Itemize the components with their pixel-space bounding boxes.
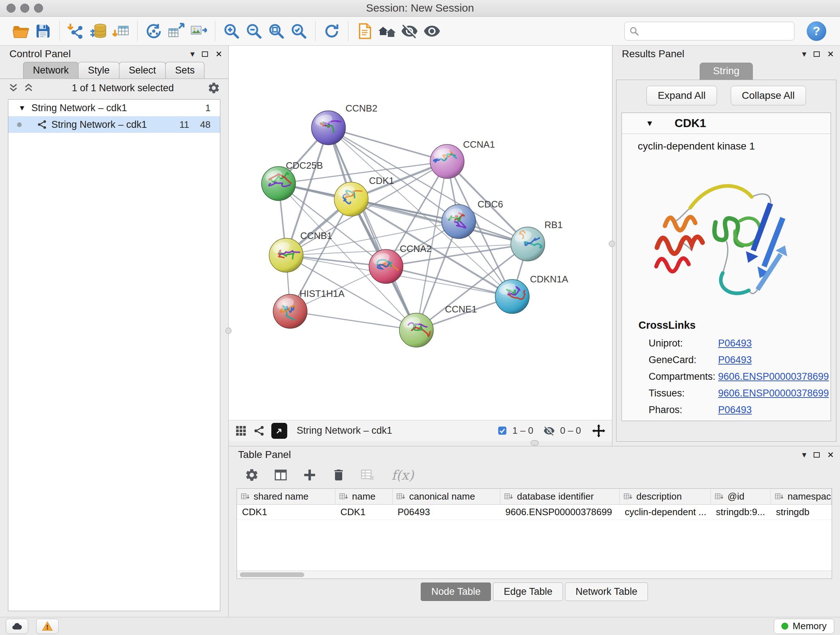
panel-close-icon[interactable] bbox=[827, 50, 834, 57]
column-header-name[interactable]: name bbox=[335, 489, 393, 504]
protein-description: cyclin-dependent kinase 1 bbox=[622, 134, 831, 154]
panel-close-icon[interactable] bbox=[827, 451, 834, 458]
network-node-ccnb1[interactable] bbox=[269, 238, 303, 272]
column-header-id[interactable]: @id bbox=[711, 489, 771, 504]
protein-section-header[interactable]: ▼ CDK1 bbox=[622, 113, 831, 134]
panel-float-icon[interactable] bbox=[202, 51, 208, 57]
annotation-button[interactable] bbox=[354, 19, 376, 43]
delete-column-trash-icon[interactable] bbox=[332, 468, 346, 482]
network-node-ccna1[interactable] bbox=[430, 144, 464, 179]
panel-menu-icon[interactable]: ▾ bbox=[802, 450, 806, 459]
open-session-button[interactable] bbox=[9, 19, 32, 43]
network-node-ccna2[interactable] bbox=[369, 249, 403, 283]
birds-eye-view-icon[interactable] bbox=[235, 425, 247, 437]
network-overview-share-icon[interactable] bbox=[253, 425, 265, 437]
tab-network-table[interactable]: Network Table bbox=[565, 583, 648, 601]
expand-all-button[interactable]: Expand All bbox=[646, 86, 717, 105]
crosslink-pharos-link[interactable]: P06493 bbox=[718, 404, 752, 416]
warnings-button[interactable] bbox=[36, 619, 58, 634]
horizontal-splitter[interactable] bbox=[229, 441, 612, 446]
panel-float-icon[interactable] bbox=[813, 452, 820, 458]
cell-database-identifier[interactable]: 9606.ENSP00000378699 bbox=[500, 505, 620, 519]
network-node-ccne1[interactable] bbox=[399, 313, 433, 347]
tab-edge-table[interactable]: Edge Table bbox=[493, 583, 563, 601]
network-canvas[interactable]: CCNB2CCNA1CDC25BCDK1CDC6RB1CCNB1CCNA2CDK… bbox=[229, 46, 612, 420]
tab-string[interactable]: String bbox=[699, 63, 753, 80]
tab-style[interactable]: Style bbox=[78, 62, 119, 79]
show-columns-icon[interactable] bbox=[273, 468, 288, 482]
selected-checkbox-icon bbox=[497, 426, 507, 435]
import-network-database-button[interactable] bbox=[87, 19, 110, 43]
tab-sets[interactable]: Sets bbox=[165, 62, 204, 79]
column-header-description[interactable]: description bbox=[620, 489, 711, 504]
cell-canonical-name[interactable]: P06493 bbox=[393, 505, 500, 519]
tab-node-table[interactable]: Node Table bbox=[421, 583, 491, 601]
zoom-out-button[interactable] bbox=[243, 19, 265, 43]
create-column-plus-icon[interactable] bbox=[302, 468, 317, 482]
panel-menu-icon[interactable]: ▾ bbox=[190, 50, 195, 58]
cell-description[interactable]: cyclin-dependent ... bbox=[620, 505, 711, 519]
zoom-fit-button[interactable] bbox=[265, 19, 287, 43]
column-header-shared-name[interactable]: shared name bbox=[237, 489, 335, 504]
move-crosshair-icon[interactable] bbox=[592, 424, 606, 438]
left-splitter-handle[interactable] bbox=[225, 328, 232, 334]
collapse-all-icon[interactable] bbox=[8, 82, 19, 93]
column-header-canonical-name[interactable]: canonical name bbox=[393, 489, 500, 504]
crosslink-tissues-link[interactable]: 9606.ENSP00000378699 bbox=[718, 388, 829, 399]
refresh-button[interactable] bbox=[321, 19, 343, 43]
save-session-button[interactable] bbox=[32, 19, 54, 43]
panel-float-icon[interactable] bbox=[813, 51, 820, 57]
splitter-handle[interactable] bbox=[531, 440, 538, 446]
column-header-namespace[interactable]: namespac bbox=[771, 489, 832, 504]
cell-id[interactable]: stringdb:9... bbox=[711, 505, 771, 519]
cloud-status-button[interactable] bbox=[6, 619, 28, 634]
scrollbar-thumb[interactable] bbox=[240, 572, 304, 577]
help-button[interactable]: ? bbox=[807, 21, 826, 41]
import-network-file-button[interactable] bbox=[65, 19, 87, 43]
hide-selected-button[interactable] bbox=[398, 19, 421, 43]
horizontal-scrollbar[interactable] bbox=[237, 570, 832, 578]
search-input[interactable] bbox=[643, 23, 790, 39]
table-settings-gear-icon[interactable] bbox=[245, 468, 259, 482]
disclosure-triangle-icon[interactable]: ▼ bbox=[19, 104, 26, 112]
tab-select[interactable]: Select bbox=[119, 62, 166, 79]
table-row[interactable]: CDK1 CDK1 P06493 9606.ENSP00000378699 cy… bbox=[237, 505, 832, 520]
panel-menu-icon[interactable]: ▾ bbox=[802, 50, 806, 58]
right-splitter-handle[interactable] bbox=[609, 241, 615, 247]
crosslink-genecard-link[interactable]: P06493 bbox=[718, 355, 752, 366]
first-neighbors-button[interactable] bbox=[376, 19, 398, 43]
detach-view-button[interactable] bbox=[271, 423, 287, 439]
toolbar-separator bbox=[348, 21, 348, 41]
show-all-button[interactable] bbox=[421, 19, 443, 43]
crosslink-uniprot-link[interactable]: P06493 bbox=[718, 338, 752, 349]
zoom-in-button[interactable] bbox=[220, 19, 243, 43]
network-collection-row[interactable]: ▼ String Network – cdk1 1 bbox=[8, 100, 220, 116]
section-disclosure-triangle-icon[interactable]: ▼ bbox=[646, 119, 654, 128]
import-table-button[interactable] bbox=[110, 19, 132, 43]
tab-network[interactable]: Network bbox=[23, 62, 79, 79]
network-node-cdc25b[interactable] bbox=[262, 166, 295, 201]
network-node-cdk1[interactable] bbox=[334, 182, 368, 216]
zoom-window-button[interactable] bbox=[34, 4, 43, 13]
cell-namespace[interactable]: stringdb bbox=[771, 505, 832, 519]
network-options-gear-icon[interactable] bbox=[207, 81, 220, 95]
cell-name[interactable]: CDK1 bbox=[335, 505, 393, 519]
panel-close-icon[interactable] bbox=[215, 50, 223, 57]
zoom-selected-button[interactable] bbox=[287, 19, 310, 43]
network-node-cdc6[interactable] bbox=[442, 204, 476, 239]
network-row-selected[interactable]: String Network – cdk1 11 48 bbox=[8, 116, 220, 133]
minimize-window-button[interactable] bbox=[20, 4, 29, 13]
export-network-button[interactable] bbox=[165, 19, 187, 43]
memory-button[interactable]: Memory bbox=[774, 619, 834, 634]
expand-all-icon[interactable] bbox=[23, 82, 34, 93]
network-node-cdkn1a[interactable] bbox=[495, 279, 529, 314]
close-window-button[interactable] bbox=[6, 4, 16, 13]
network-node-hist1h1a[interactable] bbox=[273, 295, 307, 328]
new-network-from-selection-button[interactable] bbox=[142, 19, 165, 43]
cell-shared-name[interactable]: CDK1 bbox=[237, 505, 335, 519]
export-image-button[interactable] bbox=[187, 19, 210, 43]
network-node-rb1[interactable] bbox=[511, 227, 545, 261]
collapse-all-button[interactable]: Collapse All bbox=[731, 86, 806, 105]
column-header-database-identifier[interactable]: database identifier bbox=[500, 489, 620, 504]
crosslink-compartments-link[interactable]: 9606.ENSP00000378699 bbox=[718, 371, 829, 382]
